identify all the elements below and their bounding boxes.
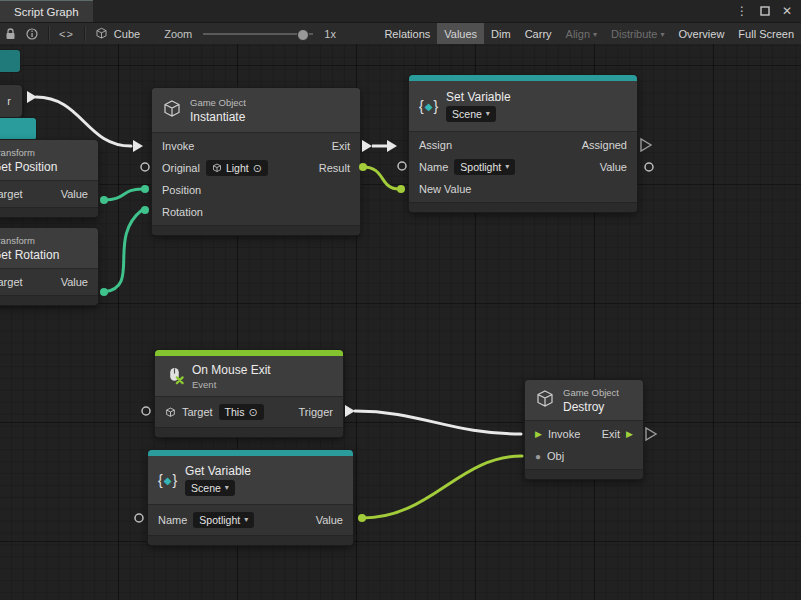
node-destroy[interactable]: Game Object Destroy ▶ Invoke Exit ▶ ● Ob… [525, 380, 643, 479]
tab-bar: Script Graph ⋮ ✕ [0, 0, 801, 23]
toolbar-separator [84, 26, 85, 41]
distribute-button[interactable]: Distribute▾ [604, 23, 671, 44]
port-name-label[interactable]: Name [419, 161, 448, 173]
lock-icon[interactable] [0, 23, 21, 44]
port-value-label[interactable]: Value [316, 514, 343, 526]
node-title: Set Variable [446, 90, 510, 104]
port-exit-label[interactable]: Exit [602, 428, 620, 440]
node-get-position[interactable]: Transform Get Position Target Value [0, 140, 98, 217]
node-category: Transform [0, 147, 57, 158]
flow-out-arrow-icon[interactable]: ▶ [626, 429, 633, 439]
object-picker-icon[interactable]: ⊙ [253, 161, 262, 175]
node-get-rotation[interactable]: Transform Get Rotation Target Value [0, 228, 98, 305]
align-button[interactable]: Align▾ [559, 23, 604, 44]
port-target-label[interactable]: Target [0, 276, 23, 288]
variable-name-dropdown[interactable]: Spotlight ▾ [193, 512, 254, 528]
variable-kind-dropdown[interactable]: Scene ▾ [185, 480, 235, 496]
clipped-node-label: r [7, 95, 11, 107]
port-result-label[interactable]: Result [319, 162, 350, 174]
port-assign-label[interactable]: Assign [419, 139, 452, 151]
flow-in-arrow-icon[interactable]: ▶ [535, 429, 542, 439]
zoom-label: Zoom [159, 23, 197, 44]
graph-toolbar: <> Cube Zoom 1x Relations Values Dim Car… [0, 23, 801, 45]
node-title: Get Variable [185, 464, 251, 478]
script-graph-window: Script Graph ⋮ ✕ <> Cube Zoom 1x R [0, 0, 801, 600]
port-value-label[interactable]: Value [600, 161, 627, 173]
node-title: Get Position [0, 160, 57, 174]
clipped-node-fragment[interactable] [0, 118, 36, 140]
cube-icon [90, 23, 113, 44]
zoom-value: 1x [319, 23, 341, 44]
port-assigned-label[interactable]: Assigned [582, 139, 627, 151]
variable-icon: {◆} [158, 472, 177, 488]
gameobject-cube-icon [212, 163, 222, 173]
graph-owner-label: Cube [113, 23, 145, 44]
port-obj-label[interactable]: Obj [547, 450, 564, 462]
node-title: Destroy [563, 400, 619, 414]
toolbar-separator [48, 26, 49, 41]
port-value-label[interactable]: Value [61, 276, 88, 288]
code-view-icon[interactable]: <> [54, 23, 79, 44]
chevron-down-icon: ▾ [505, 160, 509, 174]
node-category: Transform [0, 235, 59, 246]
mouse-icon [165, 366, 184, 387]
chevron-down-icon: ▾ [244, 513, 248, 527]
variable-name-dropdown[interactable]: Spotlight ▾ [454, 159, 515, 175]
port-invoke-label[interactable]: Invoke [162, 140, 194, 152]
gameobject-cube-icon [535, 389, 555, 411]
object-field-value: Light [226, 161, 249, 175]
port-exit-label[interactable]: Exit [332, 140, 350, 152]
clipped-node-fragment[interactable]: r [0, 85, 22, 117]
tab-script-graph[interactable]: Script Graph [0, 0, 93, 22]
port-name-label[interactable]: Name [158, 514, 187, 526]
overview-button[interactable]: Overview [672, 23, 732, 44]
gameobject-cube-icon [162, 99, 182, 121]
close-icon[interactable]: ✕ [782, 4, 792, 18]
chevron-down-icon: ▾ [661, 30, 665, 39]
relations-button[interactable]: Relations [377, 23, 437, 44]
port-trigger-label[interactable]: Trigger [299, 406, 333, 418]
port-original-label[interactable]: Original [162, 162, 200, 174]
node-get-variable[interactable]: {◆} Get Variable Scene ▾ Name Spotlight … [148, 450, 353, 545]
object-field-light[interactable]: Light ⊙ [206, 160, 268, 176]
port-new-value-label[interactable]: New Value [419, 183, 471, 195]
carry-button[interactable]: Carry [518, 23, 559, 44]
fullscreen-button[interactable]: Full Screen [731, 23, 801, 44]
values-button[interactable]: Values [437, 23, 484, 44]
node-title: Instantiate [190, 110, 246, 124]
object-field-this[interactable]: This ⊙ [219, 404, 264, 420]
dim-button[interactable]: Dim [484, 23, 518, 44]
variable-kind-dropdown[interactable]: Scene ▾ [446, 106, 496, 122]
port-value-label[interactable]: Value [61, 188, 88, 200]
port-rotation-label[interactable]: Rotation [162, 206, 203, 218]
node-title: Get Rotation [0, 248, 59, 262]
zoom-slider[interactable] [203, 33, 313, 35]
node-instantiate[interactable]: Game Object Instantiate Invoke Exit Orig… [152, 88, 360, 235]
node-category: Game Object [190, 97, 246, 108]
obj-port-dot-icon[interactable]: ● [535, 451, 541, 462]
port-target-label[interactable]: Target [182, 406, 213, 418]
tab-title: Script Graph [14, 6, 79, 18]
port-target-label[interactable]: Target [0, 188, 23, 200]
variable-icon: {◆} [419, 98, 438, 114]
chevron-down-icon: ▾ [593, 30, 597, 39]
port-position-label[interactable]: Position [162, 184, 201, 196]
port-invoke-label[interactable]: Invoke [548, 428, 580, 440]
node-title: On Mouse Exit [192, 363, 271, 377]
kebab-menu-icon[interactable]: ⋮ [736, 4, 748, 18]
chevron-down-icon: ▾ [486, 107, 490, 121]
node-category: Game Object [563, 387, 619, 398]
graph-canvas[interactable]: r Transform Get Position Target Value [0, 44, 801, 600]
maximize-icon[interactable] [760, 6, 770, 16]
info-icon[interactable] [21, 23, 43, 44]
gameobject-cube-icon [165, 407, 176, 418]
clipped-node-fragment[interactable] [0, 50, 20, 72]
object-picker-icon[interactable]: ⊙ [248, 405, 257, 419]
node-set-variable[interactable]: {◆} Set Variable Scene ▾ Assign Assigned [409, 75, 637, 212]
zoom-slider-thumb[interactable] [297, 29, 309, 41]
node-subtitle: Event [192, 379, 271, 390]
chevron-down-icon: ▾ [225, 481, 229, 495]
node-on-mouse-exit[interactable]: On Mouse Exit Event Target This ⊙ Trigge… [155, 350, 343, 437]
